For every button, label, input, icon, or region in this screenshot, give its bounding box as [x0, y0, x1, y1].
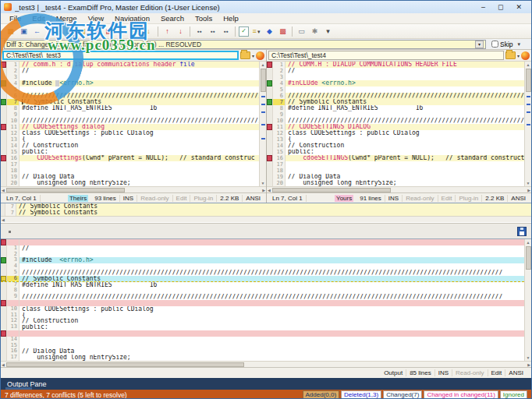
scroll-thumb[interactable]	[526, 246, 531, 270]
diff-combo-dropdown-icon[interactable]: ▾	[475, 41, 484, 48]
skip-checkbox[interactable]	[491, 41, 498, 48]
diff-list-icon[interactable]: ≡▾	[250, 26, 262, 37]
code-text[interactable]: {	[20, 312, 524, 319]
code-text[interactable]: {	[20, 136, 259, 143]
right-browse-dropdown-icon[interactable]: ▾	[517, 53, 520, 58]
output-code-area[interactable]: 1//23#include <errno.h>45///////////////…	[1, 239, 524, 361]
menu-item-file[interactable]: File	[4, 14, 27, 23]
code-text[interactable]: unsigned long nEntrySize;	[20, 355, 524, 361]
next-diff-icon[interactable]: ↓	[175, 26, 186, 37]
diff-marker-green-icon[interactable]	[1, 257, 7, 263]
menu-item-tools[interactable]: Tools	[190, 14, 218, 23]
left-path-input[interactable]	[2, 51, 239, 60]
diff-marker-green-icon[interactable]	[267, 80, 273, 87]
code-text[interactable]: public:	[286, 149, 524, 155]
code-text[interactable]	[20, 111, 259, 118]
right-horizontal-scrollbar[interactable]: ◀ ▶	[267, 186, 531, 192]
scroll-right-icon[interactable]: ▶	[262, 188, 265, 192]
left-code-area[interactable]: 1// comm.h : d ialup communications head…	[1, 62, 259, 186]
find-prev-icon[interactable]: ●●	[220, 26, 232, 37]
merge-down-icon[interactable]: ↓	[143, 26, 154, 37]
prev-diff-icon[interactable]: ↑	[161, 26, 173, 37]
scroll-left-icon[interactable]: ◀	[268, 188, 271, 192]
code-text[interactable]: class CDOESettings : public CDialog	[20, 306, 524, 312]
scroll-right-icon[interactable]: ▶	[527, 188, 530, 192]
scroll-left-icon[interactable]: ◀	[2, 188, 5, 192]
diff-marker-red-icon[interactable]	[1, 62, 7, 68]
code-text[interactable]: ////////////////////////////////////////…	[20, 270, 524, 276]
diff-marker-green-icon[interactable]	[1, 99, 7, 105]
code-text[interactable]	[286, 87, 524, 93]
code-text[interactable]	[20, 337, 524, 343]
diff-marker-red-icon[interactable]	[1, 239, 7, 245]
plugins-icon[interactable]: ◆	[264, 26, 275, 37]
code-text[interactable]: #include <errno.h>	[20, 80, 259, 87]
code-text[interactable]	[286, 168, 524, 174]
scroll-thumb[interactable]	[6, 362, 244, 367]
left-browse-folder-icon[interactable]	[240, 51, 250, 59]
copy-block-left-icon[interactable]: ◀	[129, 26, 141, 37]
scroll-thumb[interactable]	[272, 188, 391, 192]
save-result-icon[interactable]: ▣	[18, 26, 30, 37]
right-path-input[interactable]	[268, 51, 504, 60]
scroll-left-icon[interactable]: ◀	[2, 217, 5, 222]
code-text[interactable]: ////////////////////////////////////////…	[286, 93, 524, 99]
close-button[interactable]: ✕	[516, 3, 522, 11]
code-text[interactable]: // CDOESETTINGS DIALOG	[286, 124, 524, 130]
output-vertical-scrollbar[interactable]: ▲ ▼	[524, 239, 531, 361]
scroll-thumb[interactable]	[6, 188, 125, 192]
code-text[interactable]: class CDOESettings : public CDialog	[286, 130, 524, 136]
scroll-thumb[interactable]	[526, 69, 531, 92]
code-text[interactable]: // comm.h : d ialup communications heade…	[20, 62, 259, 68]
undo-icon[interactable]: ←	[31, 26, 43, 37]
second-file-doc-icon[interactable]: ▤	[76, 26, 88, 37]
diff-marker-red-icon[interactable]	[1, 155, 7, 161]
code-text[interactable]: cdoeSETTINGS(Cwnd* pParent = NULL); // s…	[286, 155, 524, 161]
diff-marker-red-icon[interactable]	[1, 300, 7, 306]
code-text[interactable]: // Dialog Data	[20, 174, 259, 180]
scroll-down-icon[interactable]: ▼	[527, 355, 530, 361]
code-text[interactable]	[20, 74, 259, 80]
code-text[interactable]	[20, 300, 524, 306]
options-gear-icon[interactable]: ✱	[309, 26, 321, 37]
menu-item-help[interactable]: Help	[218, 14, 244, 23]
menu-item-navigation[interactable]: Navigation	[109, 14, 155, 23]
minimize-button[interactable]: –	[481, 3, 485, 11]
output-horizontal-scrollbar[interactable]: ◀ ▶	[1, 361, 531, 367]
diff-marker-yellow-icon[interactable]	[1, 276, 7, 281]
find-next-icon[interactable]: ●●	[207, 26, 218, 37]
code-text[interactable]: #define INIT_RAS_ENTRIES 16	[20, 105, 259, 111]
code-text[interactable]: ////////////////////////////////////////…	[20, 294, 524, 300]
diff-marker-red-icon[interactable]	[267, 62, 273, 68]
code-text[interactable]: ////////////////////////////////////////…	[20, 93, 259, 99]
code-text[interactable]: // Symbolic Constants	[20, 99, 259, 105]
code-text[interactable]: {	[286, 136, 524, 143]
code-text[interactable]	[286, 161, 524, 168]
code-text[interactable]	[20, 288, 524, 294]
scroll-right-icon[interactable]: ▶	[527, 362, 530, 367]
right-browse-folder-icon[interactable]	[505, 51, 516, 59]
detail-horizontal-scrollbar[interactable]: ◀	[1, 216, 531, 222]
code-text[interactable]	[20, 263, 524, 270]
current-diff-combobox[interactable]: Diff 3: Change 1 line (first file) to 1 …	[4, 40, 486, 49]
find-icon[interactable]: ●●	[193, 26, 205, 37]
left-browse-dropdown-icon[interactable]: ▾	[252, 53, 254, 58]
code-text[interactable]	[286, 74, 524, 80]
right-file-type-icon[interactable]	[521, 51, 530, 60]
diff-list-icon-dropdown[interactable]: ▾	[257, 29, 261, 34]
fullscreen-icon[interactable]: ▭	[296, 26, 307, 37]
right-code-area[interactable]: 1// COMM.H : DIALUP COMMUNICATIONS HEADE…	[267, 62, 524, 186]
maximize-button[interactable]: ◻	[498, 3, 503, 11]
code-text[interactable]: CDOESettings(Cwnd* pParent = NULL); // s…	[20, 155, 259, 161]
toolbar-overflow-icon[interactable]: ▾	[322, 26, 334, 37]
right-vertical-scrollbar[interactable]: ▲ ▼	[524, 62, 531, 186]
code-text[interactable]	[20, 239, 524, 245]
code-text[interactable]: //	[20, 245, 524, 252]
code-text[interactable]: // Construction	[20, 143, 259, 149]
diff-marker-red-icon[interactable]	[267, 124, 273, 130]
code-text[interactable]	[20, 168, 259, 174]
code-text[interactable]: #include <errno.h>	[20, 257, 524, 263]
code-text[interactable]	[20, 161, 259, 168]
code-text[interactable]	[20, 87, 259, 93]
menu-item-edit[interactable]: Edit	[27, 14, 50, 23]
